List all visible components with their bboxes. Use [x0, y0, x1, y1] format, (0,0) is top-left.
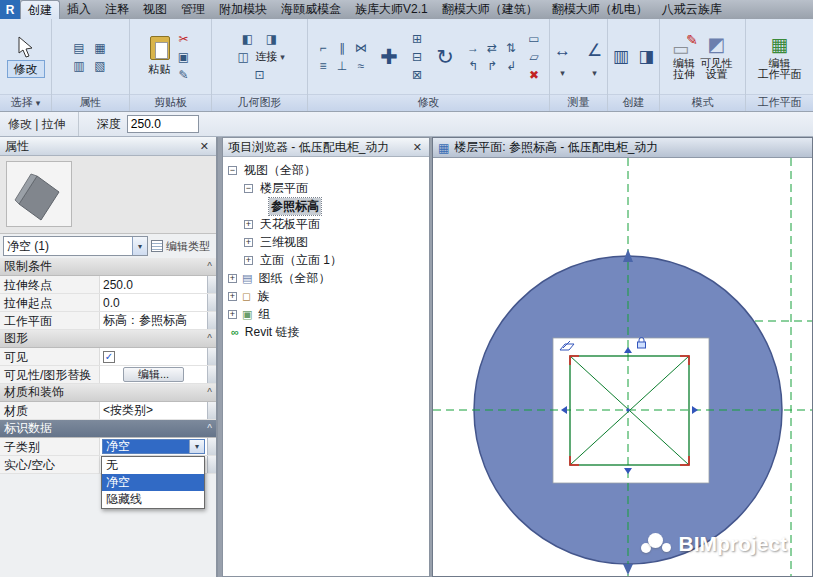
corner-trim-icon[interactable]: ↰: [464, 57, 482, 74]
tree-item-3d-views[interactable]: + 三维视图: [223, 233, 429, 251]
tree-item-elevations[interactable]: + 立面（立面 1）: [223, 251, 429, 269]
rotate-icon[interactable]: ↻: [431, 42, 459, 72]
family-types-icon[interactable]: ▦: [91, 39, 109, 56]
tree-item-ceiling-plans[interactable]: + 天花板平面: [223, 215, 429, 233]
wall-joins-icon[interactable]: ⊡: [251, 66, 269, 83]
edit-extrusion-button[interactable]: ▭ ✎ 编辑 拉伸: [672, 34, 696, 80]
cope-icon[interactable]: ≡: [314, 57, 332, 74]
tree-item-ref-level[interactable]: 参照标高: [223, 197, 429, 215]
type-selector[interactable]: 净空 (1) ▾: [3, 236, 148, 256]
revit-logo[interactable]: R: [0, 0, 20, 19]
tab-fanmo-arch[interactable]: 翻模大师（建筑）: [435, 0, 545, 19]
associate-param-button[interactable]: [207, 312, 216, 329]
family-category-icon[interactable]: ▥: [70, 57, 88, 74]
tree-item-floor-plans[interactable]: − 楼层平面: [223, 179, 429, 197]
modify-tool-button[interactable]: 修改: [7, 36, 45, 78]
collapse-icon[interactable]: −: [244, 184, 253, 193]
dropdown-option-clearance[interactable]: 净空: [102, 474, 204, 491]
dropdown-option-hidden-lines[interactable]: 隐藏线: [102, 491, 204, 508]
tab-manage[interactable]: 管理: [174, 0, 212, 19]
section-identity-data[interactable]: 标识数据 ^: [0, 420, 216, 438]
associate-param-button[interactable]: [207, 276, 216, 293]
join-button[interactable]: ◫ 连接 ▾: [234, 48, 285, 65]
uncut-geometry-icon[interactable]: ◨: [263, 30, 281, 47]
prop-value[interactable]: <按类别>: [100, 402, 207, 419]
paste-button[interactable]: 粘贴: [149, 36, 171, 77]
expand-icon[interactable]: +: [228, 274, 237, 283]
visible-checkbox[interactable]: ✓: [103, 351, 115, 363]
chevron-down-icon[interactable]: ▾: [189, 440, 204, 453]
match-type-icon[interactable]: ✎: [175, 66, 193, 83]
split-icon[interactable]: ⊥: [333, 57, 351, 74]
array-icon[interactable]: ⊞: [408, 30, 426, 47]
visibility-settings-button[interactable]: ◩ 可见性 设置: [700, 33, 733, 80]
section-constraints[interactable]: 限制条件 ^: [0, 258, 216, 276]
tab-bajie-library[interactable]: 八戒云族库: [655, 0, 729, 19]
edit-type-button[interactable]: 编辑类型: [151, 239, 213, 254]
associate-param-button[interactable]: [207, 402, 216, 419]
tree-item-revit-links[interactable]: ∞ Revit 链接: [223, 323, 429, 341]
tab-family-master[interactable]: 族库大师V2.1: [348, 0, 435, 19]
panel-label-select[interactable]: 选择 ▾: [0, 94, 51, 111]
expand-icon[interactable]: +: [244, 256, 253, 265]
tree-item-groups[interactable]: + ▣ 组: [223, 305, 429, 323]
copy-icon[interactable]: ▣: [175, 48, 193, 65]
dropdown-option-none[interactable]: 无: [102, 457, 204, 474]
multi-trim-icon[interactable]: ↲: [502, 57, 520, 74]
unpin-icon[interactable]: ▭: [525, 30, 543, 47]
tab-haiyiwei[interactable]: 海颐威模盒: [274, 0, 348, 19]
connectors-icon[interactable]: ▧: [91, 57, 109, 74]
tab-view[interactable]: 视图: [136, 0, 174, 19]
associate-param-button[interactable]: [207, 438, 216, 455]
drawing-canvas[interactable]: BIMproject: [433, 158, 812, 576]
pin-icon[interactable]: ⊠: [408, 66, 426, 83]
dimension-button[interactable]: ∠ ▾: [581, 36, 608, 78]
tab-insert[interactable]: 插入: [60, 0, 98, 19]
associate-param-button[interactable]: [207, 294, 216, 311]
edit-workplane-button[interactable]: ▦ 编辑 工作平面: [758, 33, 802, 80]
trim-icon[interactable]: ≈: [352, 57, 370, 74]
cut-geometry-icon[interactable]: ◧: [239, 30, 257, 47]
flip-icon[interactable]: ⇅: [502, 39, 520, 56]
close-icon[interactable]: ✕: [411, 141, 424, 154]
tab-annotate[interactable]: 注释: [98, 0, 136, 19]
delete-icon[interactable]: ✖: [525, 66, 543, 83]
mirror-icon[interactable]: ⋈: [352, 39, 370, 56]
demolish-icon[interactable]: ▱: [525, 48, 543, 65]
expand-icon[interactable]: +: [228, 292, 237, 301]
scale-icon[interactable]: ⊟: [408, 48, 426, 65]
subcategory-combo[interactable]: 净空 ▾: [102, 439, 205, 454]
tree-item-families[interactable]: + ◻ 族: [223, 287, 429, 305]
move-icon[interactable]: ✚: [375, 42, 403, 72]
section-materials[interactable]: 材质和装饰 ^: [0, 384, 216, 402]
swap-icon[interactable]: ⇄: [483, 39, 501, 56]
viewport-titlebar[interactable]: ▦ 楼层平面: 参照标高 - 低压配电柜_动力: [433, 138, 812, 158]
tab-fanmo-mep[interactable]: 翻模大师（机电）: [545, 0, 655, 19]
collapse-icon[interactable]: −: [228, 166, 237, 175]
associate-param-button[interactable]: [207, 456, 216, 473]
tree-item-sheets[interactable]: + ▤ 图纸（全部）: [223, 269, 429, 287]
align-icon[interactable]: ⌐: [314, 39, 332, 56]
tab-addins[interactable]: 附加模块: [212, 0, 274, 19]
extend-icon[interactable]: →: [464, 39, 482, 56]
close-icon[interactable]: ✕: [198, 140, 211, 153]
section-graphics[interactable]: 图形 ^: [0, 330, 216, 348]
associate-param-button[interactable]: [207, 348, 216, 365]
offset-icon[interactable]: ∥: [333, 39, 351, 56]
expand-icon[interactable]: +: [244, 220, 253, 229]
measure-button[interactable]: ↔ ▾: [550, 36, 577, 78]
edit-overrides-button[interactable]: 编辑...: [123, 367, 184, 382]
expand-icon[interactable]: +: [244, 238, 253, 247]
expand-icon[interactable]: +: [228, 310, 237, 319]
prop-value[interactable]: 250.0: [100, 276, 207, 293]
tree-item-views[interactable]: − 视图（全部）: [223, 161, 429, 179]
cut-icon[interactable]: ✂: [175, 30, 193, 47]
depth-input[interactable]: [127, 115, 199, 133]
create-similar-icon[interactable]: ◨: [636, 42, 658, 72]
corner-extend-icon[interactable]: ↱: [483, 57, 501, 74]
create-group-icon[interactable]: ▥: [610, 42, 632, 72]
prop-value[interactable]: 0.0: [100, 294, 207, 311]
tab-create[interactable]: 创建: [20, 0, 60, 19]
prop-value[interactable]: 标高：参照标高: [100, 312, 207, 329]
chevron-down-icon[interactable]: ▾: [132, 237, 147, 255]
